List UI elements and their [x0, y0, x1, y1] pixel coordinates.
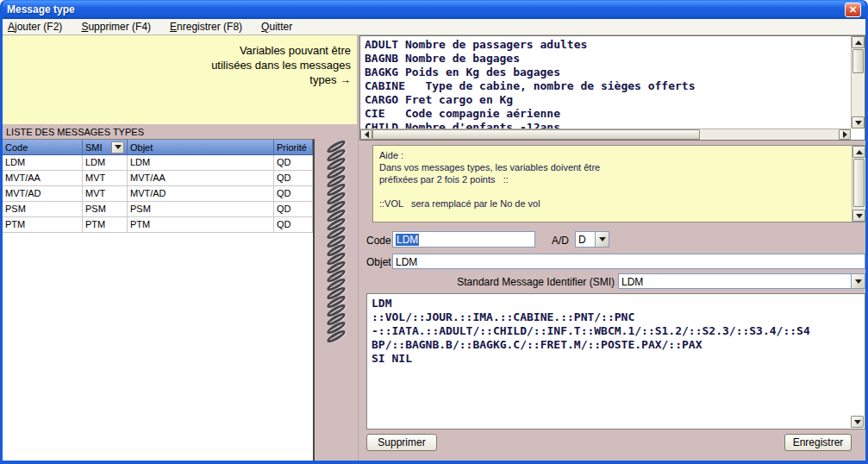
variables-lines: ADULT Nombre de passagers adultesBAGNB N…	[360, 36, 851, 129]
grid-cell-smi: PTM	[83, 217, 128, 233]
variables-horizontal-scrollbar[interactable]	[360, 129, 851, 140]
column-header-label: SMI	[85, 142, 103, 153]
code-label: Code	[366, 235, 391, 247]
content-area: Variables pouvant êtreutilisées dans les…	[3, 35, 865, 461]
chevron-down-icon	[115, 145, 122, 149]
scroll-down-button[interactable]	[852, 116, 865, 129]
grid-row[interactable]: MVT/ADMVTMVT/ADQD	[3, 186, 313, 202]
close-button[interactable]: ✕	[845, 3, 861, 17]
objet-input-value: LDM	[396, 256, 417, 268]
grid-row[interactable]: LDMLDMLDMQD	[3, 155, 313, 171]
variable-line: CIE Code compagnie aérienne	[365, 107, 851, 121]
code-input-value: LDM	[396, 234, 419, 246]
grid-row[interactable]: PSMPSMPSMQD	[3, 202, 313, 217]
grid-cell-code: MVT/AD	[3, 186, 83, 202]
column-header-label: Priorité	[277, 142, 307, 153]
column-header-objet[interactable]: Objet	[128, 140, 274, 155]
grid-body: LDMLDMLDMQDMVT/AAMVTMVT/AAQDMVT/ADMVTMVT…	[3, 155, 313, 233]
smi-select-value: LDM	[619, 274, 851, 288]
grid-cell-code: PTM	[3, 217, 83, 233]
aide-panel[interactable]: Aide :Dans vos messages types, les varia…	[372, 145, 865, 223]
grid-row[interactable]: MVT/AAMVTMVT/AAQD	[3, 171, 313, 186]
menu-item-supprimer[interactable]: Supprimer (F4)	[81, 21, 151, 33]
scroll-up-button[interactable]	[852, 36, 865, 48]
variables-info-box: Variables pouvant êtreutilisées dans les…	[3, 35, 357, 124]
scroll-up-button[interactable]	[852, 146, 865, 158]
arrow-down-icon	[855, 121, 862, 125]
grid-cell-smi: LDM	[83, 155, 128, 171]
chevron-down-icon	[855, 279, 862, 284]
arrow-up-icon	[855, 41, 862, 45]
aide-line: Aide :	[379, 149, 848, 161]
aide-line: ::VOL sera remplacé par le No de vol	[379, 198, 848, 210]
grid-cell-code: LDM	[3, 155, 83, 171]
column-header-label: Code	[5, 142, 28, 153]
smi-label: Standard Message Identifier (SMI)	[359, 276, 615, 288]
message-scroll-down-button[interactable]	[851, 416, 864, 428]
grid-cell-smi: MVT	[83, 186, 128, 202]
grid-cell-code: PSM	[3, 202, 83, 217]
grid-cell-priorite: QD	[274, 217, 313, 233]
grid-cell-priorite: QD	[274, 202, 313, 217]
variable-line: ADULT Nombre de passagers adultes	[365, 38, 851, 52]
grid-cell-priorite: QD	[274, 186, 313, 202]
info-line: types →	[3, 72, 351, 87]
menu-bar: Ajouter (F2)Supprimer (F4)Enregistrer (F…	[3, 19, 865, 35]
ad-select[interactable]: D	[575, 231, 609, 248]
grid-cell-objet: PTM	[128, 217, 274, 233]
menu-item-ajouter[interactable]: Ajouter (F2)	[8, 21, 62, 33]
objet-input[interactable]: LDM	[392, 254, 865, 269]
aide-vertical-scrollbar[interactable]	[852, 146, 865, 222]
grid-row[interactable]: PTMPTMPTMQD	[3, 217, 313, 233]
message-textarea[interactable]: LDM ::VOL/::JOUR.::IMA.::CABINE.::PNT/::…	[366, 293, 865, 430]
grid-cell-priorite: QD	[274, 155, 313, 171]
grid-header: CodeSMIObjetPriorité	[3, 140, 313, 155]
aide-line: préfixées par 2 fois 2 points ::	[379, 173, 848, 185]
supprimer-button[interactable]: Supprimer	[366, 434, 437, 451]
messages-grid: CodeSMIObjetPriorité LDMLDMLDMQDMVT/AAMV…	[3, 139, 315, 461]
chevron-down-icon	[599, 237, 606, 241]
grid-cell-objet: PSM	[128, 202, 274, 217]
aide-text: Aide :Dans vos messages types, les varia…	[373, 146, 865, 210]
variables-list[interactable]: ADULT Nombre de passagers adultesBAGNB N…	[359, 35, 865, 141]
enregistrer-button[interactable]: Enregistrer	[784, 434, 852, 451]
form-panel: ADULT Nombre de passagers adultesBAGNB N…	[358, 35, 865, 461]
code-input[interactable]: LDM	[392, 231, 535, 248]
arrow-down-icon	[854, 420, 861, 424]
arrow-right-icon	[843, 131, 847, 138]
grid-cell-smi: MVT	[83, 171, 128, 186]
spiral-binding	[315, 139, 358, 461]
close-icon: ✕	[849, 5, 857, 15]
title-bar[interactable]: Message type ✕	[3, 0, 865, 19]
grid-cell-objet: MVT/AA	[128, 171, 274, 186]
variable-line: BAGNB Nombre de bagages	[365, 52, 851, 66]
scroll-left-button[interactable]	[360, 129, 372, 140]
smi-header-dropdown-button[interactable]	[111, 141, 124, 154]
smi-dropdown-button[interactable]	[851, 274, 865, 288]
smi-select[interactable]: LDM	[618, 273, 865, 289]
menu-item-quitter[interactable]: Quitter	[261, 21, 292, 33]
scroll-down-button[interactable]	[852, 210, 865, 222]
grid-cell-priorite: QD	[274, 171, 313, 186]
list-title: LISTE DES MESSAGES TYPES	[6, 127, 144, 137]
window-title: Message type	[7, 3, 75, 16]
scroll-thumb[interactable]	[372, 129, 700, 140]
column-header-code[interactable]: Code	[3, 140, 83, 155]
column-header-smi[interactable]: SMI	[83, 140, 128, 155]
message-type-window: Message type ✕ Ajouter (F2)Supprimer (F4…	[0, 0, 868, 464]
message-text: LDM ::VOL/::JOUR.::IMA.::CABINE.::PNT/::…	[367, 294, 865, 368]
grid-cell-smi: PSM	[83, 202, 128, 217]
scroll-thumb[interactable]	[852, 49, 864, 73]
variable-line: CARGO Fret cargo en Kg	[365, 93, 851, 107]
arrow-up-icon	[856, 150, 863, 154]
scroll-right-button[interactable]	[839, 129, 851, 140]
ad-dropdown-button[interactable]	[595, 232, 609, 247]
grid-cell-code: MVT/AA	[3, 171, 83, 186]
variables-vertical-scrollbar[interactable]	[851, 36, 865, 129]
grid-cell-objet: LDM	[128, 155, 274, 171]
scroll-thumb[interactable]	[853, 159, 865, 207]
variable-line: BAGKG Poids en Kg des bagages	[365, 66, 851, 79]
info-line: utilisées dans les messages	[3, 58, 351, 72]
menu-item-enregistrer[interactable]: Enregistrer (F8)	[170, 21, 242, 33]
column-header-priorite[interactable]: Priorité	[274, 140, 313, 155]
